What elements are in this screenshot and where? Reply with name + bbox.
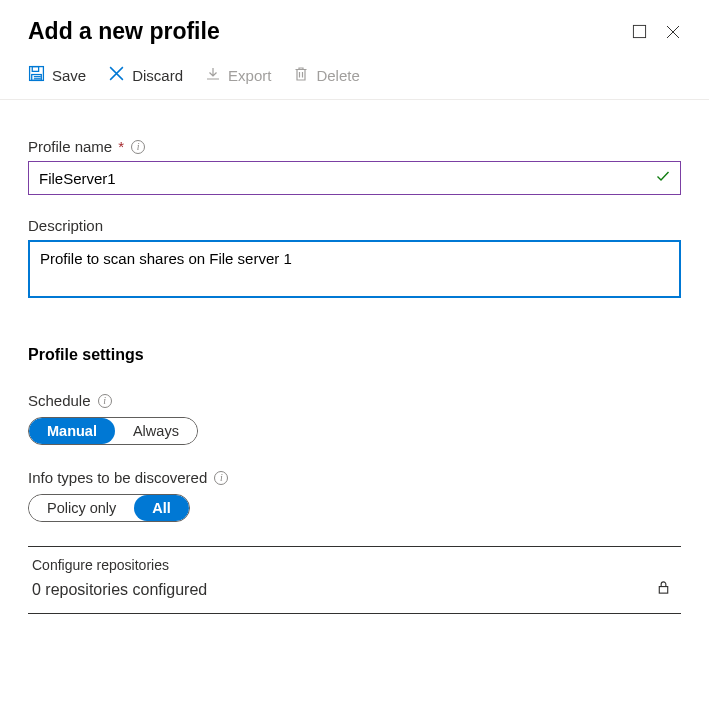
svg-rect-2: [32, 67, 38, 72]
profile-name-label: Profile name * i: [28, 138, 681, 155]
info-types-label: Info types to be discovered i: [28, 469, 681, 486]
schedule-label: Schedule i: [28, 392, 681, 409]
close-icon[interactable]: [665, 24, 681, 40]
schedule-option-always[interactable]: Always: [115, 418, 197, 444]
lock-icon: [656, 580, 677, 599]
schedule-toggle: Manual Always: [28, 417, 198, 445]
description-input[interactable]: [28, 240, 681, 298]
required-asterisk: *: [118, 138, 124, 155]
profile-name-input[interactable]: [28, 161, 681, 195]
export-label: Export: [228, 67, 271, 84]
discard-button[interactable]: Discard: [108, 65, 183, 85]
delete-label: Delete: [316, 67, 359, 84]
info-icon[interactable]: i: [131, 140, 145, 154]
description-label: Description: [28, 217, 681, 234]
delete-button: Delete: [293, 66, 359, 85]
info-types-option-policy-only[interactable]: Policy only: [29, 495, 134, 521]
save-icon: [28, 65, 45, 85]
maximize-icon[interactable]: [632, 24, 647, 39]
info-types-toggle: Policy only All: [28, 494, 190, 522]
export-icon: [205, 66, 221, 85]
export-button: Export: [205, 66, 271, 85]
configure-repositories-bar[interactable]: Configure repositories 0 repositories co…: [28, 546, 681, 614]
schedule-option-manual[interactable]: Manual: [29, 418, 115, 444]
svg-rect-0: [633, 25, 645, 37]
toolbar: Save Discard Export Delete: [0, 55, 709, 100]
info-types-option-all[interactable]: All: [134, 495, 189, 521]
repositories-count: 0 repositories configured: [32, 581, 207, 599]
page-title: Add a new profile: [28, 18, 220, 45]
profile-settings-heading: Profile settings: [28, 346, 681, 364]
save-button[interactable]: Save: [28, 65, 86, 85]
discard-label: Discard: [132, 67, 183, 84]
info-icon[interactable]: i: [214, 471, 228, 485]
svg-rect-6: [659, 587, 667, 594]
save-label: Save: [52, 67, 86, 84]
svg-rect-3: [32, 75, 42, 81]
delete-icon: [293, 66, 309, 85]
info-icon[interactable]: i: [98, 394, 112, 408]
configure-repositories-title: Configure repositories: [32, 557, 207, 573]
checkmark-icon: [655, 168, 671, 188]
discard-icon: [108, 65, 125, 85]
